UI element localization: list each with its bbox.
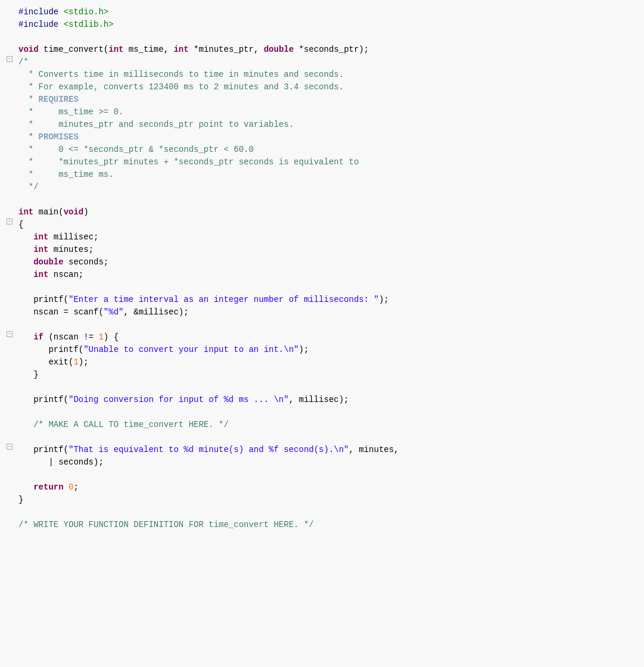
code-line: * minutes_ptr and seconds_ptr point to v… bbox=[0, 119, 644, 131]
fold-gutter[interactable]: − bbox=[5, 444, 14, 450]
code-token: printf( bbox=[18, 395, 69, 404]
code-token: double bbox=[33, 257, 63, 267]
line-content: * For example, converts 123400 ms to 2 m… bbox=[16, 81, 344, 93]
line-content bbox=[16, 431, 23, 444]
line-content: #include <stdlib.h> bbox=[16, 18, 114, 31]
code-token: ); bbox=[298, 345, 309, 354]
line-content: int millisec; bbox=[16, 231, 98, 244]
code-line bbox=[0, 381, 644, 394]
code-token bbox=[18, 257, 33, 267]
line-content: * ms_time ms. bbox=[16, 169, 114, 181]
line-content: */ bbox=[16, 181, 39, 194]
code-token: minutes; bbox=[48, 245, 94, 254]
code-line: * ms_time ms. bbox=[0, 169, 644, 181]
code-token bbox=[18, 245, 33, 254]
code-token: ); bbox=[379, 295, 389, 304]
code-token: int bbox=[18, 207, 33, 217]
line-content: * minutes_ptr and seconds_ptr point to v… bbox=[16, 119, 294, 131]
code-token: if bbox=[33, 332, 43, 342]
code-token: "Doing conversion for input of %d ms ...… bbox=[69, 395, 289, 404]
code-editor: #include <stdio.h>#include <stdlib.h> vo… bbox=[0, 0, 644, 667]
code-lines: #include <stdio.h>#include <stdlib.h> vo… bbox=[0, 6, 644, 531]
line-content bbox=[16, 469, 23, 481]
code-token: exit( bbox=[18, 357, 73, 367]
code-token: 1 bbox=[73, 357, 78, 367]
code-token: void bbox=[18, 45, 39, 54]
code-token: #include bbox=[18, 7, 64, 17]
line-content: * REQUIRES bbox=[16, 93, 79, 106]
fold-gutter[interactable]: − bbox=[5, 56, 14, 62]
code-line: * *minutes_ptr minutes + *seconds_ptr se… bbox=[0, 156, 644, 169]
code-line: −{ bbox=[0, 219, 644, 231]
line-content: /* WRITE YOUR FUNCTION DEFINITION FOR ti… bbox=[16, 519, 314, 531]
code-token: "That is equivalent to %d minute(s) and … bbox=[69, 445, 349, 454]
line-content: int minutes; bbox=[16, 244, 94, 256]
code-token: printf( bbox=[18, 445, 69, 454]
code-token: *minutes_ptr, bbox=[189, 45, 264, 54]
code-token: * minutes_ptr and seconds_ptr point to v… bbox=[18, 120, 294, 129]
code-token bbox=[64, 482, 69, 492]
line-content: * 0 <= *seconds_ptr & *seconds_ptr < 60.… bbox=[16, 144, 254, 156]
line-content: /* MAKE A CALL TO time_convert HERE. */ bbox=[16, 419, 229, 431]
code-line: } bbox=[0, 494, 644, 506]
code-token bbox=[18, 270, 33, 279]
code-line bbox=[0, 406, 644, 419]
line-content: { bbox=[16, 219, 23, 231]
code-token: "Unable to convert your input to an int.… bbox=[83, 345, 298, 354]
code-token: printf( bbox=[18, 295, 69, 304]
code-line: void time_convert(int ms_time, int *minu… bbox=[0, 43, 644, 56]
line-content: exit(1); bbox=[16, 356, 89, 369]
code-line: exit(1); bbox=[0, 356, 644, 369]
code-line bbox=[0, 431, 644, 444]
code-token: { bbox=[18, 220, 23, 229]
code-token: * *minutes_ptr minutes + *seconds_ptr se… bbox=[18, 157, 359, 167]
code-token bbox=[18, 332, 33, 342]
code-line: −/* bbox=[0, 56, 644, 68]
code-line: | seconds); bbox=[0, 456, 644, 469]
code-line bbox=[0, 281, 644, 294]
code-token: nscan = scanf( bbox=[18, 307, 104, 317]
code-token: * bbox=[18, 95, 39, 104]
line-content: * *minutes_ptr minutes + *seconds_ptr se… bbox=[16, 156, 359, 169]
code-token bbox=[18, 232, 33, 242]
code-line bbox=[0, 194, 644, 206]
code-token: <stdlib.h> bbox=[64, 20, 114, 29]
code-token: , millisec); bbox=[289, 395, 349, 404]
code-token: ); bbox=[79, 357, 89, 367]
code-token: seconds; bbox=[64, 257, 109, 267]
code-token: nscan; bbox=[48, 270, 83, 279]
code-token: ; bbox=[73, 482, 78, 492]
line-content: } bbox=[16, 494, 23, 506]
line-content bbox=[16, 406, 23, 419]
fold-gutter[interactable]: − bbox=[5, 331, 14, 337]
code-line bbox=[0, 469, 644, 481]
code-line bbox=[0, 506, 644, 519]
line-content: if (nscan != 1) { bbox=[16, 331, 119, 344]
code-token: int bbox=[173, 45, 188, 54]
code-line: #include <stdlib.h> bbox=[0, 18, 644, 31]
code-line: * PROMISES bbox=[0, 131, 644, 144]
code-token: * For example, converts 123400 ms to 2 m… bbox=[18, 82, 344, 92]
line-content bbox=[16, 194, 23, 206]
code-line: printf("Doing conversion for input of %d… bbox=[0, 394, 644, 406]
code-token: * ms_time ms. bbox=[18, 170, 114, 179]
fold-icon[interactable]: − bbox=[7, 219, 13, 225]
line-content bbox=[16, 381, 23, 394]
fold-gutter[interactable]: − bbox=[5, 219, 14, 225]
code-token: main( bbox=[33, 207, 63, 217]
code-token: int bbox=[33, 270, 48, 279]
code-token: "%d" bbox=[104, 307, 124, 317]
line-content: return 0; bbox=[16, 481, 79, 494]
code-token: * Converts time in milliseconds to time … bbox=[18, 70, 344, 79]
code-line bbox=[0, 319, 644, 331]
code-token: } bbox=[18, 370, 39, 379]
code-line: * REQUIRES bbox=[0, 93, 644, 106]
code-token: * ms_time >= 0. bbox=[18, 107, 123, 117]
fold-icon[interactable]: − bbox=[7, 444, 13, 450]
code-line: } bbox=[0, 369, 644, 381]
fold-icon[interactable]: − bbox=[7, 331, 13, 337]
code-token: time_convert( bbox=[39, 45, 109, 54]
code-line: double seconds; bbox=[0, 256, 644, 269]
fold-icon[interactable]: − bbox=[7, 56, 13, 62]
code-token: double bbox=[264, 45, 294, 54]
